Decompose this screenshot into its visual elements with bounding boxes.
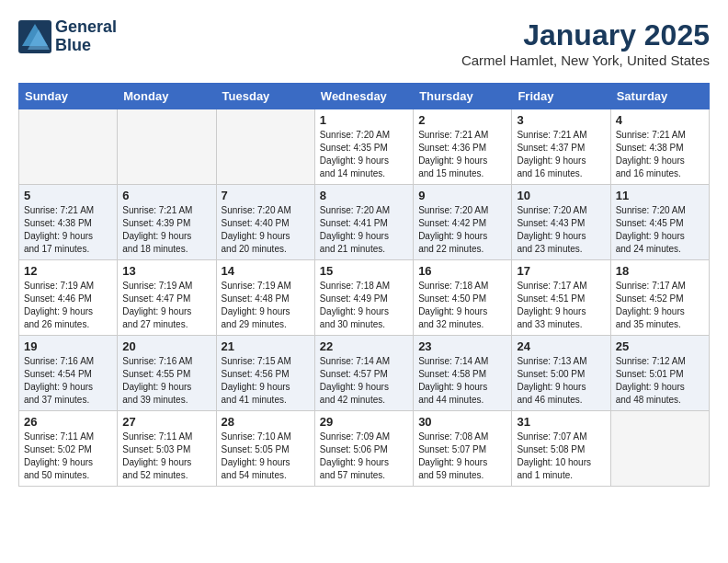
day-info: Sunrise: 7:21 AM Sunset: 4:36 PM Dayligh… bbox=[418, 129, 506, 180]
calendar-cell: 17Sunrise: 7:17 AM Sunset: 4:51 PM Dayli… bbox=[512, 260, 610, 336]
day-info: Sunrise: 7:16 AM Sunset: 4:54 PM Dayligh… bbox=[24, 355, 112, 407]
calendar-cell bbox=[19, 109, 118, 185]
day-number: 7 bbox=[222, 189, 310, 202]
weekday-header-saturday: Saturday bbox=[610, 84, 709, 109]
day-number: 19 bbox=[24, 339, 112, 353]
day-number: 21 bbox=[222, 339, 310, 353]
weekday-header-wednesday: Wednesday bbox=[314, 84, 413, 109]
day-info: Sunrise: 7:12 AM Sunset: 5:01 PM Dayligh… bbox=[616, 355, 704, 407]
calendar-cell: 2Sunrise: 7:21 AM Sunset: 4:36 PM Daylig… bbox=[414, 109, 512, 185]
calendar-cell: 13Sunrise: 7:19 AM Sunset: 4:47 PM Dayli… bbox=[118, 260, 216, 336]
day-number: 22 bbox=[320, 339, 408, 353]
day-info: Sunrise: 7:21 AM Sunset: 4:38 PM Dayligh… bbox=[616, 129, 704, 180]
calendar-week-row: 26Sunrise: 7:11 AM Sunset: 5:02 PM Dayli… bbox=[19, 411, 710, 487]
calendar-cell: 27Sunrise: 7:11 AM Sunset: 5:03 PM Dayli… bbox=[118, 411, 216, 487]
location: Carmel Hamlet, New York, United States bbox=[461, 52, 710, 68]
calendar-cell: 14Sunrise: 7:19 AM Sunset: 4:48 PM Dayli… bbox=[216, 260, 314, 336]
calendar-cell bbox=[610, 411, 709, 487]
day-number: 12 bbox=[24, 264, 112, 278]
day-info: Sunrise: 7:20 AM Sunset: 4:43 PM Dayligh… bbox=[517, 204, 605, 256]
day-info: Sunrise: 7:19 AM Sunset: 4:46 PM Dayligh… bbox=[24, 280, 112, 331]
day-number: 30 bbox=[418, 415, 506, 429]
day-info: Sunrise: 7:21 AM Sunset: 4:37 PM Dayligh… bbox=[517, 129, 605, 180]
calendar-cell: 4Sunrise: 7:21 AM Sunset: 4:38 PM Daylig… bbox=[610, 109, 709, 185]
calendar-cell: 31Sunrise: 7:07 AM Sunset: 5:08 PM Dayli… bbox=[512, 411, 610, 487]
day-info: Sunrise: 7:20 AM Sunset: 4:40 PM Dayligh… bbox=[222, 204, 310, 256]
day-number: 5 bbox=[24, 189, 112, 202]
calendar-cell: 30Sunrise: 7:08 AM Sunset: 5:07 PM Dayli… bbox=[414, 411, 512, 487]
weekday-header-tuesday: Tuesday bbox=[216, 84, 314, 109]
weekday-header-monday: Monday bbox=[118, 84, 216, 109]
calendar-cell: 12Sunrise: 7:19 AM Sunset: 4:46 PM Dayli… bbox=[19, 260, 118, 336]
calendar-cell: 18Sunrise: 7:17 AM Sunset: 4:52 PM Dayli… bbox=[610, 260, 709, 336]
calendar-cell: 23Sunrise: 7:14 AM Sunset: 4:58 PM Dayli… bbox=[414, 336, 512, 411]
day-info: Sunrise: 7:15 AM Sunset: 4:56 PM Dayligh… bbox=[222, 355, 310, 407]
day-info: Sunrise: 7:16 AM Sunset: 4:55 PM Dayligh… bbox=[122, 355, 210, 407]
day-number: 25 bbox=[616, 339, 704, 353]
weekday-header-sunday: Sunday bbox=[19, 84, 118, 109]
day-info: Sunrise: 7:11 AM Sunset: 5:03 PM Dayligh… bbox=[122, 431, 210, 482]
logo: General Blue bbox=[18, 18, 117, 55]
weekday-header-thursday: Thursday bbox=[414, 84, 512, 109]
day-number: 31 bbox=[517, 415, 605, 429]
day-info: Sunrise: 7:20 AM Sunset: 4:45 PM Dayligh… bbox=[616, 204, 704, 256]
calendar-table: SundayMondayTuesdayWednesdayThursdayFrid… bbox=[18, 83, 710, 487]
day-info: Sunrise: 7:21 AM Sunset: 4:38 PM Dayligh… bbox=[24, 204, 112, 256]
day-number: 20 bbox=[122, 339, 210, 353]
calendar-cell: 28Sunrise: 7:10 AM Sunset: 5:05 PM Dayli… bbox=[216, 411, 314, 487]
logo-icon bbox=[18, 20, 51, 53]
weekday-header-row: SundayMondayTuesdayWednesdayThursdayFrid… bbox=[19, 84, 710, 109]
calendar-cell: 21Sunrise: 7:15 AM Sunset: 4:56 PM Dayli… bbox=[216, 336, 314, 411]
day-info: Sunrise: 7:14 AM Sunset: 4:58 PM Dayligh… bbox=[418, 355, 506, 407]
calendar-cell: 15Sunrise: 7:18 AM Sunset: 4:49 PM Dayli… bbox=[314, 260, 413, 336]
day-info: Sunrise: 7:20 AM Sunset: 4:42 PM Dayligh… bbox=[418, 204, 506, 256]
day-info: Sunrise: 7:13 AM Sunset: 5:00 PM Dayligh… bbox=[517, 355, 605, 407]
calendar-cell: 9Sunrise: 7:20 AM Sunset: 4:42 PM Daylig… bbox=[414, 185, 512, 260]
day-number: 14 bbox=[222, 264, 310, 278]
calendar-cell: 5Sunrise: 7:21 AM Sunset: 4:38 PM Daylig… bbox=[19, 185, 118, 260]
calendar-cell: 24Sunrise: 7:13 AM Sunset: 5:00 PM Dayli… bbox=[512, 336, 610, 411]
day-info: Sunrise: 7:18 AM Sunset: 4:50 PM Dayligh… bbox=[418, 280, 506, 331]
day-number: 1 bbox=[320, 113, 408, 127]
day-number: 28 bbox=[222, 415, 310, 429]
logo-line2: Blue bbox=[55, 37, 117, 55]
day-info: Sunrise: 7:20 AM Sunset: 4:35 PM Dayligh… bbox=[320, 129, 408, 180]
day-info: Sunrise: 7:11 AM Sunset: 5:02 PM Dayligh… bbox=[24, 431, 112, 482]
day-info: Sunrise: 7:10 AM Sunset: 5:05 PM Dayligh… bbox=[222, 431, 310, 482]
calendar-week-row: 5Sunrise: 7:21 AM Sunset: 4:38 PM Daylig… bbox=[19, 185, 710, 260]
day-number: 15 bbox=[320, 264, 408, 278]
day-number: 8 bbox=[320, 189, 408, 202]
day-info: Sunrise: 7:17 AM Sunset: 4:51 PM Dayligh… bbox=[517, 280, 605, 331]
calendar-cell: 7Sunrise: 7:20 AM Sunset: 4:40 PM Daylig… bbox=[216, 185, 314, 260]
day-number: 29 bbox=[320, 415, 408, 429]
day-number: 9 bbox=[418, 189, 506, 202]
day-number: 13 bbox=[122, 264, 210, 278]
day-info: Sunrise: 7:19 AM Sunset: 4:47 PM Dayligh… bbox=[122, 280, 210, 331]
day-number: 16 bbox=[418, 264, 506, 278]
calendar-cell: 22Sunrise: 7:14 AM Sunset: 4:57 PM Dayli… bbox=[314, 336, 413, 411]
calendar-cell: 16Sunrise: 7:18 AM Sunset: 4:50 PM Dayli… bbox=[414, 260, 512, 336]
calendar-cell: 6Sunrise: 7:21 AM Sunset: 4:39 PM Daylig… bbox=[118, 185, 216, 260]
day-info: Sunrise: 7:21 AM Sunset: 4:39 PM Dayligh… bbox=[122, 204, 210, 256]
page-header: General Blue January 2025 Carmel Hamlet,… bbox=[18, 18, 710, 68]
day-number: 4 bbox=[616, 113, 704, 127]
calendar-cell bbox=[118, 109, 216, 185]
day-number: 23 bbox=[418, 339, 506, 353]
calendar-cell: 29Sunrise: 7:09 AM Sunset: 5:06 PM Dayli… bbox=[314, 411, 413, 487]
day-number: 3 bbox=[517, 113, 605, 127]
weekday-header-friday: Friday bbox=[512, 84, 610, 109]
day-info: Sunrise: 7:20 AM Sunset: 4:41 PM Dayligh… bbox=[320, 204, 408, 256]
day-info: Sunrise: 7:18 AM Sunset: 4:49 PM Dayligh… bbox=[320, 280, 408, 331]
calendar-week-row: 1Sunrise: 7:20 AM Sunset: 4:35 PM Daylig… bbox=[19, 109, 710, 185]
day-number: 17 bbox=[517, 264, 605, 278]
day-number: 27 bbox=[122, 415, 210, 429]
month-title: January 2025 bbox=[461, 18, 710, 52]
calendar-cell: 26Sunrise: 7:11 AM Sunset: 5:02 PM Dayli… bbox=[19, 411, 118, 487]
calendar-cell: 11Sunrise: 7:20 AM Sunset: 4:45 PM Dayli… bbox=[610, 185, 709, 260]
calendar-cell: 25Sunrise: 7:12 AM Sunset: 5:01 PM Dayli… bbox=[610, 336, 709, 411]
title-block: January 2025 Carmel Hamlet, New York, Un… bbox=[461, 18, 710, 68]
calendar-cell: 8Sunrise: 7:20 AM Sunset: 4:41 PM Daylig… bbox=[314, 185, 413, 260]
day-number: 10 bbox=[517, 189, 605, 202]
day-info: Sunrise: 7:19 AM Sunset: 4:48 PM Dayligh… bbox=[222, 280, 310, 331]
day-number: 24 bbox=[517, 339, 605, 353]
